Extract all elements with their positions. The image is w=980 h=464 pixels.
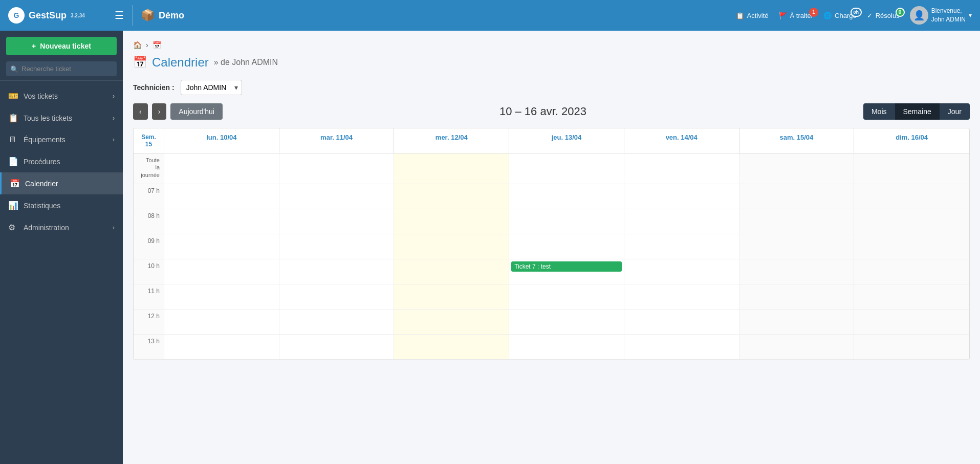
cell-07h-mer: [394, 184, 509, 209]
cell-11h-ven: [624, 284, 739, 309]
all-day-label: Toutelajournée: [134, 153, 164, 184]
cell-09h-ven: [624, 234, 739, 259]
today-button[interactable]: Aujourd'hui: [170, 103, 223, 120]
admin-icon: ⚙: [8, 223, 18, 232]
row-08h: 08 h: [134, 209, 969, 234]
view-jour-button[interactable]: Jour: [940, 103, 970, 120]
header-dim: dim. 16/04: [854, 128, 969, 153]
sidebar-item-calendrier[interactable]: 📅 Calendrier: [0, 172, 123, 194]
sidebar-label-procedures: Procédures: [24, 158, 60, 166]
activity-label: Activité: [747, 12, 769, 19]
sidebar-item-statistiques[interactable]: 📊 Statistiques: [0, 194, 123, 216]
sidebar-item-procedures[interactable]: 📄 Procédures: [0, 150, 123, 172]
row-09h: 09 h: [134, 234, 969, 259]
cell-12h-dim: [854, 310, 969, 334]
cell-09h-sam: [739, 234, 855, 259]
view-mois-button[interactable]: Mois: [863, 103, 895, 120]
event-ticket7[interactable]: Ticket 7 : test: [511, 261, 622, 272]
sidebar-label-tous-tickets: Tous les tickets: [24, 114, 72, 122]
row-13h: 13 h: [134, 335, 969, 360]
cell-09h-mar: [279, 234, 395, 259]
a-traiter-nav-item[interactable]: 🚩 À traiter 1: [779, 12, 814, 19]
cell-12h-jeu: [509, 310, 624, 334]
user-chevron-icon: ▾: [969, 12, 972, 19]
cell-12h-ven: [624, 310, 739, 334]
cell-13h-lun: [164, 335, 279, 359]
sidebar-item-tous-tickets[interactable]: 📋 Tous les tickets ›: [0, 107, 123, 129]
time-09h: 09 h: [134, 234, 164, 259]
calendar-date-range: 10 – 16 avr. 2023: [227, 105, 859, 118]
all-day-mar: [279, 153, 395, 184]
sidebar-item-vos-tickets[interactable]: 🎫 Vos tickets ›: [0, 85, 123, 107]
cell-07h-dim: [854, 184, 969, 209]
home-icon[interactable]: 🏠: [133, 41, 142, 49]
cell-13h-mar: [279, 335, 395, 359]
all-day-lun: [164, 153, 279, 184]
header-lun: lun. 10/04: [164, 128, 279, 153]
main-content: 🏠 › 📅 📅 Calendrier » de John ADMIN Techn…: [123, 31, 980, 464]
cell-08h-mer: [394, 209, 509, 234]
cell-11h-dim: [854, 284, 969, 309]
calendar-nav: ‹ › Aujourd'hui 10 – 16 avr. 2023 Mois S…: [133, 103, 970, 120]
row-11h: 11 h: [134, 284, 969, 310]
header-sam: sam. 15/04: [739, 128, 855, 153]
breadcrumb: 🏠 › 📅: [133, 41, 970, 49]
week-number-header: Sem.15: [134, 128, 164, 153]
calendar-body: Toutelajournée 07 h: [134, 153, 969, 360]
cell-13h-ven: [624, 335, 739, 359]
row-07h: 07 h: [134, 184, 969, 209]
row-12h: 12 h: [134, 310, 969, 335]
page-title: Calendrier: [152, 55, 209, 70]
charge-badge: 0h: [851, 8, 862, 17]
resolus-nav-item[interactable]: ✓ Résolus 0: [867, 12, 900, 19]
header-jeu: jeu. 13/04: [509, 128, 624, 153]
time-13h: 13 h: [134, 335, 164, 359]
user-greeting: Bienvenue,: [931, 7, 966, 15]
technician-label: Technicien :: [133, 83, 175, 92]
new-ticket-button[interactable]: + Nouveau ticket: [6, 37, 117, 55]
activity-icon: 📋: [736, 12, 744, 19]
cell-08h-dim: [854, 209, 969, 234]
view-semaine-button[interactable]: Semaine: [895, 103, 940, 120]
charge-icon: 🌐: [823, 12, 832, 19]
next-button[interactable]: ›: [152, 103, 167, 120]
new-ticket-label: Nouveau ticket: [40, 42, 91, 50]
all-day-sam: [739, 153, 855, 184]
cell-12h-lun: [164, 310, 279, 334]
cell-11h-sam: [739, 284, 855, 309]
cell-10h-lun: [164, 259, 279, 284]
technician-select[interactable]: John ADMIN: [181, 80, 242, 95]
charge-nav-item[interactable]: 🌐 Charge 0h: [823, 12, 857, 19]
time-07h: 07 h: [134, 184, 164, 209]
avatar: 👤: [910, 6, 928, 25]
activity-nav-item[interactable]: 📋 Activité: [736, 12, 769, 19]
user-nav-item[interactable]: 👤 Bienvenue, John ADMIN ▾: [910, 6, 972, 25]
menu-toggle-icon[interactable]: ☰: [115, 9, 124, 21]
cell-09h-mer: [394, 234, 509, 259]
chevron-right-icon4: ›: [113, 224, 115, 231]
sidebar-label-calendrier: Calendrier: [25, 180, 58, 188]
cell-07h-lun: [164, 184, 279, 209]
user-name: John ADMIN: [931, 15, 966, 24]
cell-11h-lun: [164, 284, 279, 309]
top-navbar: G GestSup 3.2.34 ☰ 📦 Démo 📋 Activité 🚩 À…: [0, 0, 980, 31]
sidebar-item-equipements[interactable]: 🖥 Équipements ›: [0, 129, 123, 150]
cell-10h-sam: [739, 259, 855, 284]
sidebar-search: 🔍: [6, 61, 117, 76]
cell-10h-ven: [624, 259, 739, 284]
all-day-mer: [394, 153, 509, 184]
cell-12h-mer: [394, 310, 509, 334]
cell-12h-sam: [739, 310, 855, 334]
sidebar-label-statistiques: Statistiques: [24, 202, 60, 210]
resolus-badge: 0: [896, 8, 905, 17]
sidebar-item-administration[interactable]: ⚙ Administration ›: [0, 216, 123, 238]
prev-button[interactable]: ‹: [133, 103, 148, 120]
time-12h: 12 h: [134, 310, 164, 334]
user-info: Bienvenue, John ADMIN: [931, 7, 966, 24]
check-icon: ✓: [867, 12, 873, 19]
chevron-right-icon2: ›: [113, 115, 115, 122]
sidebar-label-equipements: Équipements: [24, 136, 66, 144]
sidebar-label-administration: Administration: [24, 224, 69, 232]
search-input[interactable]: [6, 61, 117, 76]
time-11h: 11 h: [134, 284, 164, 309]
